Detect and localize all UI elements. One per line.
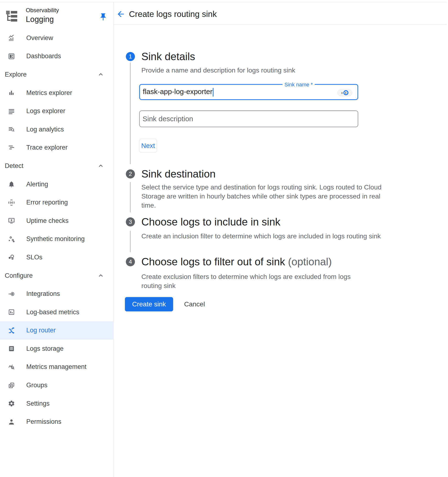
step-title-sink-destination: Sink destination: [141, 168, 216, 180]
step-desc-sink-details: Provide a name and description for logs …: [141, 66, 295, 75]
sidebar-item-label: Integrations: [26, 290, 60, 298]
sidebar-item-label: Metrics explorer: [26, 89, 72, 97]
overview-icon: [8, 34, 15, 42]
step-title-include-logs: Choose logs to include in sink: [141, 216, 280, 228]
sidebar-item-label: Permissions: [26, 418, 61, 425]
sidebar-item-integrations[interactable]: Integrations: [0, 285, 114, 303]
step-desc-filter-logs: Create exclusion filters to determine wh…: [141, 272, 366, 290]
trace-explorer-icon: [8, 144, 15, 151]
product-labels: Observability Logging: [26, 6, 59, 24]
step-number-1: 1: [129, 53, 132, 60]
product-name: Logging: [26, 14, 59, 24]
sidebar-section-explore[interactable]: Explore: [0, 65, 114, 84]
step-indicator-2: 2: [126, 169, 135, 179]
chevron-right-icon: ›: [341, 91, 343, 95]
sink-name-value: flask-app-log-exporter: [143, 88, 213, 96]
settings-icon: [8, 400, 15, 407]
sidebar-item-uptime-checks[interactable]: Uptime checks: [0, 212, 114, 230]
chevron-up-icon[interactable]: [97, 272, 104, 279]
slos-icon: [8, 254, 15, 261]
chevron-up-icon[interactable]: [97, 71, 104, 78]
sidebar-item-groups[interactable]: Groups: [0, 376, 114, 394]
sidebar-item-metrics-explorer[interactable]: Metrics explorer: [0, 84, 114, 102]
sidebar-item-trace-explorer[interactable]: Trace explorer: [0, 139, 114, 157]
sidebar-item-label: Log router: [26, 327, 56, 334]
step-number-2: 2: [129, 171, 132, 177]
step-title-filter-logs-text: Choose logs to filter out of sink: [141, 256, 285, 268]
sidebar-item-permissions[interactable]: Permissions: [0, 412, 114, 431]
sidebar-item-label: Error reporting: [26, 199, 68, 206]
sidebar-item-synthetic-monitoring[interactable]: Synthetic monitoring: [0, 230, 114, 248]
text-caret: [213, 88, 213, 96]
page-title: Create logs routing sink: [129, 10, 217, 19]
sidebar-item-label: Trace explorer: [26, 144, 67, 151]
step-title-filter-logs: Choose logs to filter out of sink (optio…: [141, 256, 332, 268]
sidebar-header: Observability Logging: [0, 2, 114, 24]
step-title-sink-details: Sink details: [141, 50, 195, 63]
sink-name-text: flask-app-log-exporter: [143, 88, 212, 95]
groups-icon: [8, 382, 15, 389]
create-sink-button[interactable]: Create sink: [125, 297, 173, 311]
next-button[interactable]: Next: [139, 139, 157, 153]
dashboards-icon: [8, 53, 15, 60]
sidebar-section-label: Configure: [5, 272, 33, 280]
sink-name-label: Sink name *: [283, 81, 315, 88]
sidebar-section-label: Explore: [5, 71, 27, 78]
step-indicator-1: 1: [126, 52, 135, 61]
log-based-metrics-icon: [8, 309, 15, 316]
arrow-back-icon: [116, 10, 125, 19]
sidebar-item-log-based-metrics[interactable]: Log-based metrics: [0, 303, 114, 322]
sidebar-item-label: Metrics management: [26, 363, 86, 370]
sidebar-item-alerting[interactable]: Alerting: [0, 175, 114, 194]
step-desc-sink-destination: Select the service type and destination …: [141, 183, 382, 210]
sink-description-input[interactable]: [139, 110, 358, 127]
sidebar-item-error-reporting[interactable]: Error reporting: [0, 193, 114, 212]
product-label: Observability: [26, 6, 59, 14]
cancel-button[interactable]: Cancel: [180, 297, 209, 311]
sink-name-input[interactable]: Sink name * flask-app-log-exporter ›: [139, 84, 358, 100]
log-analytics-icon: [8, 126, 15, 133]
onepassword-extension-icon[interactable]: ›: [337, 89, 352, 96]
integrations-icon: [8, 290, 15, 298]
sidebar-item-overview[interactable]: Overview: [0, 29, 114, 47]
sidebar-item-settings[interactable]: Settings: [0, 394, 114, 413]
step-number-4: 4: [129, 258, 132, 265]
step-indicator-3: 3: [126, 217, 135, 227]
step-desc-include-logs: Create an inclusion filter to determine …: [141, 232, 382, 241]
logs-explorer-icon: [8, 108, 15, 115]
permissions-icon: [8, 418, 15, 425]
alerting-icon: [8, 181, 15, 188]
step-connector-3: [130, 231, 131, 252]
sidebar-item-label: Dashboards: [26, 53, 61, 60]
metrics-management-icon: [8, 364, 15, 370]
onepassword-logo-icon: [343, 90, 348, 95]
sidebar-item-dashboards[interactable]: Dashboards: [0, 47, 114, 66]
error-reporting-icon: [8, 199, 15, 206]
sidebar-item-log-router[interactable]: Log router: [0, 322, 114, 340]
pin-icon[interactable]: [99, 13, 108, 21]
sidebar-item-slos[interactable]: SLOs: [0, 248, 114, 267]
logging-product-icon: [5, 9, 19, 22]
synthetic-monitoring-icon: [8, 236, 15, 243]
sidebar-item-logs-explorer[interactable]: Logs explorer: [0, 102, 114, 120]
sidebar-section-configure[interactable]: Configure: [0, 267, 114, 285]
sidebar-section-detect[interactable]: Detect: [0, 157, 114, 175]
chevron-up-icon[interactable]: [97, 162, 104, 169]
sidebar-item-label: Log-based metrics: [26, 309, 79, 316]
sidebar-item-label: Synthetic monitoring: [26, 235, 85, 243]
step-title-optional-suffix: (optional): [288, 256, 332, 268]
sidebar: Observability Logging OverviewDashboards…: [0, 2, 114, 477]
step-number-3: 3: [129, 219, 132, 225]
back-button[interactable]: [116, 10, 125, 19]
sidebar-item-metrics-management[interactable]: Metrics management: [0, 358, 114, 376]
sidebar-item-label: Groups: [26, 382, 48, 389]
uptime-checks-icon: [8, 217, 15, 224]
sidebar-item-label: Overview: [26, 34, 53, 42]
sidebar-item-logs-storage[interactable]: Logs storage: [0, 340, 114, 358]
sidebar-item-label: Uptime checks: [26, 217, 68, 225]
sidebar-item-log-analytics[interactable]: Log analytics: [0, 120, 114, 139]
sidebar-item-label: Log analytics: [26, 126, 64, 133]
log-router-icon: [8, 327, 15, 334]
sidebar-item-label: SLOs: [26, 254, 42, 261]
sidebar-item-label: Logs storage: [26, 345, 64, 352]
